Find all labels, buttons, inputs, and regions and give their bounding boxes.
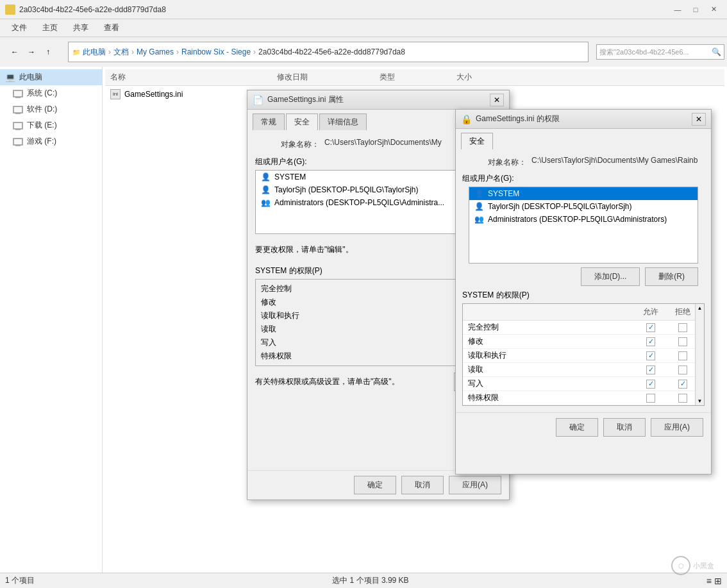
system-user-name: SYSTEM [274,172,306,181]
perm2-special-label: 特殊权限 [468,392,635,403]
sidebar-item-c[interactable]: 系统 (C:) [0,85,102,101]
sidebar-label-d: 软件 (D:) [27,104,57,115]
perms-group-label: 组或用户名(G): [462,173,705,184]
perm2-read-label: 读取 [468,364,635,375]
perm2-read-deny[interactable] [678,365,687,374]
search-placeholder: 搜索"2a03c4bd-4b22-45e6... [599,47,689,57]
properties-ok-button[interactable]: 确定 [354,476,396,494]
perm-user-item-taylor[interactable]: 👤 TaylorSjh (DESKTOP-PL5QILG\TaylorSjh) [469,200,698,213]
status-count: 1 个项目 [5,575,35,586]
permissions-close-button[interactable]: ✕ [692,113,706,126]
perm2-read-allow[interactable]: ✓ [646,365,655,374]
perm2-readexec-deny[interactable] [678,351,687,360]
back-button[interactable]: ← [8,45,22,59]
properties-title-bar: 📄 GameSettings.ini 属性 ✕ [247,90,509,110]
col-header-name[interactable]: 名称 [110,72,277,83]
view-icon-details[interactable]: ≡ [706,576,712,586]
up-button[interactable]: ↑ [41,45,55,59]
search-box[interactable]: 搜索"2a03c4bd-4b22-45e6... 🔍 [596,44,724,60]
ribbon-tab-share[interactable]: 共享 [67,20,95,36]
breadcrumb-pc[interactable]: 此电脑 [83,47,106,58]
scrollbar[interactable]: ▲ ▼ [695,304,704,405]
perm2-special-deny[interactable] [678,394,687,403]
sidebar-item-f[interactable]: 游戏 (F:) [0,133,102,149]
col-header-size[interactable]: 大小 [456,72,508,83]
remove-user-button[interactable]: 删除(R) [645,267,698,286]
breadcrumb-r6s[interactable]: Rainbow Six - Siege [181,47,251,56]
perm2-col-name [468,307,635,317]
perm2-modify-deny[interactable] [678,337,687,346]
ribbon-tab-home[interactable]: 主页 [36,20,64,36]
properties-apply-button[interactable]: 应用(A) [449,476,501,494]
ribbon-tab-file[interactable]: 文件 [5,20,33,36]
edit-hint: 要更改权限，请单击"编辑"。 [255,244,459,255]
maximize-button[interactable]: □ [687,3,704,16]
permissions-dialog: 🔒 GameSettings.ini 的权限 ✕ 安全 对象名称： C:\Use… [455,109,712,475]
perm2-write-allow[interactable]: ✓ [646,380,655,389]
perm2-modify-label: 修改 [468,336,635,347]
tab-security[interactable]: 安全 [286,113,318,130]
search-icon[interactable]: 🔍 [712,47,721,56]
perm2-full-deny[interactable] [678,323,687,332]
perm-user-item-system[interactable]: 👤 SYSTEM [469,187,698,200]
perm2-row-modify: 修改 ✓ [463,335,704,349]
sidebar-item-e[interactable]: 下载 (E:) [0,117,102,133]
perm-readexec-label: 读取和执行 [258,309,456,323]
permissions-apply-button[interactable]: 应用(A) [651,418,703,437]
permissions-cancel-button[interactable]: 取消 [603,418,646,437]
taylor-user-name: TaylorSjh (DESKTOP-PL5QILG\TaylorSjh) [274,185,419,194]
tab-general[interactable]: 常规 [253,113,285,130]
address-bar[interactable]: 📁 此电脑 › 文档 › My Games › Rainbow Six - Si… [68,42,589,62]
perm2-col-allow: 允许 [635,307,667,317]
breadcrumb-docs[interactable]: 文档 [113,47,129,58]
drive-e-icon [13,122,23,130]
minimize-button[interactable]: — [669,3,686,16]
perm2-write-deny[interactable]: ✓ [678,380,687,389]
drive-c-icon [13,90,23,97]
tab-details[interactable]: 详细信息 [319,113,367,130]
perm2-modify-allow[interactable]: ✓ [646,337,655,346]
watermark-logo: ⬡ [671,556,690,575]
perms2-title: SYSTEM 的权限(P) [462,290,530,299]
pc-icon: 💻 [5,72,15,82]
drive-f-icon [13,138,23,146]
ribbon-tab-view[interactable]: 查看 [97,20,126,36]
col-header-type[interactable]: 类型 [380,72,456,83]
properties-cancel-button[interactable]: 取消 [401,476,444,494]
sidebar-label-f: 游戏 (F:) [27,136,56,147]
perm2-col-deny: 拒绝 [667,307,699,317]
perms-tab-security[interactable]: 安全 [461,133,493,149]
sidebar-label-e: 下载 (E:) [27,120,57,131]
perm-special-label: 特殊权限 [258,349,456,363]
perm2-readexec-allow[interactable]: ✓ [646,351,655,360]
permissions-ok-button[interactable]: 确定 [556,418,598,437]
perm2-special-allow[interactable] [646,394,655,403]
permissions-dialog-title: GameSettings.ini 的权限 [476,113,560,124]
object-label: 对象名称： [255,138,319,150]
perm-read-label: 读取 [258,323,456,336]
breadcrumb-mygames[interactable]: My Games [137,47,174,56]
perm-full-label: 完全控制 [258,282,456,296]
view-icon-tiles[interactable]: ⊞ [714,576,722,586]
properties-dialog-icon: 📄 [253,95,263,105]
title-bar-icon [5,4,15,15]
perm2-row-full: 完全控制 ✓ [463,321,704,335]
sidebar-item-pc[interactable]: 💻 此电脑 [0,69,102,85]
forward-button[interactable]: → [24,45,38,59]
ribbon: 文件 主页 共享 查看 [0,19,727,37]
close-button[interactable]: ✕ [705,3,722,16]
perms2-table-header: 允许 拒绝 [463,304,704,321]
col-header-date[interactable]: 修改日期 [277,72,380,83]
perm-user-item-admin[interactable]: 👥 Administrators (DESKTOP-PL5QILG\Admini… [469,213,698,226]
perm2-full-allow[interactable]: ✓ [646,323,655,332]
perms-object-value: C:\Users\TaylorSjh\Documents\My Games\Ra… [531,156,705,165]
perm-admin-icon: 👥 [474,215,484,224]
perm2-write-label: 写入 [468,378,635,389]
perm-system-name: SYSTEM [488,189,519,198]
perms2-table-container: 允许 拒绝 完全控制 ✓ 修改 ✓ 读取和执行 ✓ 读取 ✓ [462,303,705,406]
sidebar-item-d[interactable]: 软件 (D:) [0,101,102,117]
perm-modify-label: 修改 [258,296,456,309]
properties-close-button[interactable]: ✕ [490,94,504,106]
perms-label: SYSTEM 的权限(P) [255,265,322,276]
add-user-button[interactable]: 添加(D)... [581,267,640,286]
